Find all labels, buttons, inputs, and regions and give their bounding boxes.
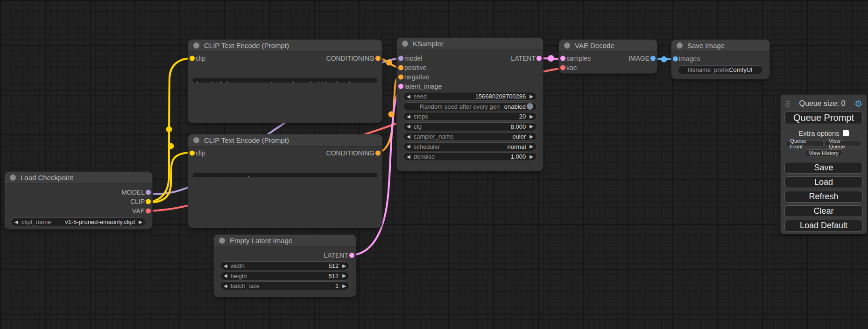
height-widget[interactable]: ◀ height 512 ▶ [220, 272, 350, 280]
decrement-arrow-icon[interactable]: ◀ [14, 220, 18, 224]
negative-input-row: negative [397, 72, 543, 82]
samples-input-slot[interactable] [560, 56, 565, 61]
comfyui-canvas[interactable]: { "links": { "model": "#B39DDB", "clip":… [0, 0, 868, 329]
node-title-bar[interactable]: KSampler [397, 38, 543, 50]
clear-button[interactable]: Clear [784, 205, 863, 217]
decrement-arrow-icon[interactable]: ◀ [407, 114, 410, 119]
save-button[interactable]: Save [784, 162, 863, 174]
decrement-arrow-icon[interactable]: ◀ [224, 264, 227, 268]
node-title-bar[interactable]: Load Checkpoint [5, 172, 152, 184]
vae-input-slot[interactable] [560, 65, 565, 70]
collapse-dot-icon[interactable] [219, 238, 225, 244]
decrement-arrow-icon[interactable]: ◀ [407, 134, 410, 139]
scheduler-widget[interactable]: ◀ scheduler normal ▶ [403, 142, 537, 151]
positive-input-slot[interactable] [398, 65, 403, 70]
decrement-arrow-icon[interactable]: ◀ [407, 154, 410, 159]
queue-front-button[interactable]: Queue Front [785, 140, 824, 147]
load-default-button[interactable]: Load Default [784, 220, 863, 231]
positive-prompt-textarea[interactable]: beautiful scenery nature glass bottle la… [193, 78, 377, 83]
collapse-dot-icon[interactable] [564, 42, 570, 49]
clip-text-encode-positive-node[interactable]: CLIP Text Encode (Prompt) clip CONDITION… [188, 40, 382, 123]
ksampler-node[interactable]: KSampler model LATENT positive negative … [397, 38, 543, 171]
decrement-arrow-icon[interactable]: ◀ [407, 94, 410, 99]
clip-link-midpoint-dot[interactable] [168, 143, 174, 149]
collapse-dot-icon[interactable] [193, 42, 199, 49]
latent-link-midpoint-dot[interactable] [548, 55, 554, 62]
clip-output-slot[interactable] [146, 199, 151, 204]
width-widget[interactable]: ◀ width 512 ▶ [220, 261, 350, 270]
load-button[interactable]: Load [784, 176, 863, 188]
increment-arrow-icon[interactable]: ▶ [529, 134, 533, 139]
view-history-button[interactable]: View History [804, 149, 843, 156]
sampler-name-widget[interactable]: ◀ sampler_name euler ▶ [403, 132, 537, 141]
filename-prefix-widget[interactable]: filename_prefix ComfyUI [677, 65, 763, 74]
batch-size-widget[interactable]: ◀ batch_size 1 ▶ [220, 281, 350, 290]
negative-prompt-textarea[interactable]: text, watermark [193, 173, 377, 177]
settings-gear-icon[interactable]: ⚙ [854, 99, 862, 108]
increment-arrow-icon[interactable]: ▶ [529, 114, 533, 119]
conditioning-link-midpoint-dot[interactable] [386, 60, 392, 66]
model-output-slot[interactable] [146, 190, 151, 195]
clip-input-slot[interactable] [190, 151, 195, 156]
images-input-slot[interactable] [673, 56, 678, 62]
vae-decode-node[interactable]: VAE Decode samples IMAGE vae [559, 40, 657, 73]
decrement-arrow-icon[interactable]: ◀ [407, 144, 410, 149]
clip-text-encode-negative-node[interactable]: CLIP Text Encode (Prompt) clip CONDITION… [188, 134, 382, 228]
clip-input-slot[interactable] [190, 56, 195, 61]
conditioning-output-slot[interactable] [375, 56, 381, 61]
view-queue-button[interactable]: View Queue [824, 140, 862, 147]
refresh-button[interactable]: Refresh [784, 191, 863, 203]
increment-arrow-icon[interactable]: ▶ [529, 154, 533, 159]
collapse-dot-icon[interactable] [10, 175, 16, 181]
node-title-bar[interactable]: Save Image [671, 40, 769, 52]
load-checkpoint-node[interactable]: Load Checkpoint MODEL CLIP VAE ◀ ckpt_na… [5, 172, 152, 229]
increment-arrow-icon[interactable]: ▶ [529, 124, 533, 129]
node-title-bar[interactable]: CLIP Text Encode (Prompt) [188, 40, 382, 52]
negative-input-slot[interactable] [398, 75, 403, 80]
collapse-dot-icon[interactable] [677, 42, 683, 49]
node-title-bar[interactable]: VAE Decode [559, 40, 657, 52]
collapse-dot-icon[interactable] [402, 41, 408, 47]
latent-image-input-slot[interactable] [398, 84, 403, 89]
increment-arrow-icon[interactable]: ▶ [342, 264, 346, 268]
denoise-widget[interactable]: ◀ denoise 1.000 ▶ [403, 152, 537, 161]
drag-handle-icon[interactable] [785, 100, 790, 107]
decrement-arrow-icon[interactable]: ◀ [407, 124, 410, 129]
vae-output-slot[interactable] [146, 209, 151, 214]
clip-output-row: CLIP [5, 197, 152, 206]
conditioning-output-slot[interactable] [375, 151, 381, 156]
seed-widget[interactable]: ◀ seed 156680208700286 ▶ [403, 92, 537, 101]
latent-output-slot[interactable] [536, 56, 542, 61]
image-output-slot[interactable] [650, 56, 656, 61]
queue-size-label: Queue size: 0 [790, 99, 854, 108]
node-title-bar[interactable]: CLIP Text Encode (Prompt) [188, 134, 382, 147]
increment-arrow-icon[interactable]: ▶ [529, 94, 533, 99]
increment-arrow-icon[interactable]: ▶ [342, 284, 346, 288]
positive-input-row: positive [397, 63, 543, 72]
cfg-widget[interactable]: ◀ cfg 8.000 ▶ [403, 122, 537, 131]
decrement-arrow-icon[interactable]: ◀ [224, 273, 227, 278]
clip-link-midpoint-dot[interactable] [166, 126, 172, 133]
node-title-text: Save Image [687, 42, 725, 49]
decrement-arrow-icon[interactable]: ◀ [224, 284, 227, 288]
increment-arrow-icon[interactable]: ▶ [342, 273, 346, 278]
empty-latent-image-node[interactable]: Empty Latent Image LATENT ◀ width 512 ▶ … [214, 235, 356, 297]
random-seed-toggle-widget[interactable]: Random seed after every gen enabled [403, 102, 537, 111]
vae-output-row: VAE [5, 206, 152, 216]
save-image-node[interactable]: Save Image images filename_prefix ComfyU… [671, 40, 769, 79]
latent-output-slot[interactable] [349, 253, 354, 258]
toggle-dot-icon[interactable] [527, 103, 533, 110]
extra-options-checkbox[interactable] [843, 130, 849, 136]
ckpt-name-widget[interactable]: ◀ ckpt_name v1-5-pruned-emaonly.ckpt ▶ [11, 217, 146, 226]
increment-arrow-icon[interactable]: ▶ [529, 144, 533, 149]
node-title-text: CLIP Text Encode (Prompt) [204, 136, 289, 144]
model-input-slot[interactable] [398, 56, 403, 61]
queue-prompt-button[interactable]: Queue Prompt [784, 112, 863, 124]
collapse-dot-icon[interactable] [193, 137, 199, 143]
node-title-bar[interactable]: Empty Latent Image [214, 235, 356, 247]
conditioning-link-midpoint-dot[interactable] [388, 112, 395, 118]
steps-widget[interactable]: ◀ steps 20 ▶ [403, 112, 537, 121]
image-link-midpoint-dot[interactable] [661, 56, 667, 63]
increment-arrow-icon[interactable]: ▶ [139, 220, 142, 224]
latent-image-input-row: latent_image [397, 82, 543, 91]
